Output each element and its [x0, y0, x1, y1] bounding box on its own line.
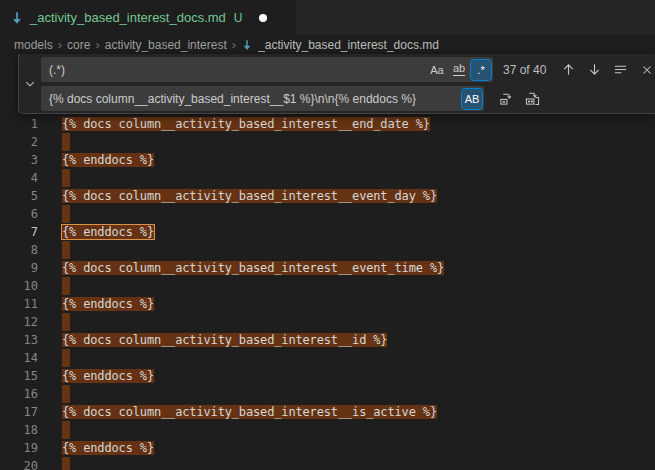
code-line[interactable]: 20: [0, 457, 655, 470]
chevron-down-icon: [24, 78, 36, 90]
code-lines: 1{% docs column__activity_based_interest…: [0, 115, 655, 470]
code-line[interactable]: 2: [0, 133, 655, 151]
line-number: 12: [0, 313, 38, 331]
match-count: 37 of 40: [503, 63, 546, 77]
line-number: 10: [0, 277, 38, 295]
replace-button[interactable]: [496, 88, 517, 109]
find-match-empty: [62, 241, 70, 259]
git-status-badge: U: [234, 11, 243, 25]
code-line[interactable]: 7{% enddocs %}: [0, 223, 655, 241]
find-match-empty: [62, 421, 70, 439]
code-line[interactable]: 16: [0, 385, 655, 403]
line-number: 3: [0, 151, 38, 169]
find-match: {% docs column__activity_based_interest_…: [62, 261, 444, 275]
close-icon: [640, 63, 654, 77]
line-content: [38, 241, 70, 259]
preserve-case-button[interactable]: AB: [462, 89, 482, 109]
line-content: [38, 169, 70, 187]
find-match: {% docs column__activity_based_interest_…: [62, 117, 430, 131]
find-match: {% enddocs %}: [62, 297, 154, 311]
find-match: {% enddocs %}: [62, 153, 154, 167]
code-line[interactable]: 10: [0, 277, 655, 295]
line-number: 14: [0, 349, 38, 367]
code-line[interactable]: 8: [0, 241, 655, 259]
line-number: 16: [0, 385, 38, 403]
code-line[interactable]: 19{% enddocs %}: [0, 439, 655, 457]
breadcrumb-item-file[interactable]: _activity_based_interest_docs.md: [258, 38, 439, 52]
find-match: {% enddocs %}: [62, 441, 154, 455]
match-case-button[interactable]: Aa: [427, 60, 447, 80]
breadcrumb-separator: ›: [95, 37, 99, 52]
find-in-selection-button[interactable]: [610, 59, 631, 80]
line-content: [38, 133, 70, 151]
markdown-icon: [241, 39, 253, 51]
line-number: 9: [0, 259, 38, 277]
find-input-value: (.*): [41, 63, 427, 77]
line-content: {% enddocs %}: [38, 223, 154, 241]
find-input[interactable]: (.*) Aa ab .*: [41, 57, 493, 82]
line-number: 15: [0, 367, 38, 385]
line-content: {% enddocs %}: [38, 151, 154, 169]
selection-lines-icon: [613, 62, 628, 77]
code-line[interactable]: 14: [0, 349, 655, 367]
whole-word-button[interactable]: ab: [449, 60, 469, 80]
replace-icon: [499, 91, 514, 106]
line-content: {% enddocs %}: [38, 439, 154, 457]
find-replace-widget: (.*) Aa ab .* 37 of 40: [18, 54, 655, 114]
code-line[interactable]: 3{% enddocs %}: [0, 151, 655, 169]
breadcrumb-item-activity-based-interest[interactable]: activity_based_interest: [105, 38, 227, 52]
find-match: {% docs column__activity_based_interest_…: [62, 405, 437, 419]
code-line[interactable]: 18: [0, 421, 655, 439]
find-match: {% enddocs %}: [62, 369, 154, 383]
line-number: 8: [0, 241, 38, 259]
line-content: [38, 205, 70, 223]
find-match: {% docs column__activity_based_interest_…: [62, 333, 387, 347]
line-content: {% docs column__activity_based_interest_…: [38, 187, 437, 205]
code-line[interactable]: 9{% docs column__activity_based_interest…: [0, 259, 655, 277]
line-content: {% docs column__activity_based_interest_…: [38, 259, 444, 277]
breadcrumb-separator: ›: [58, 37, 62, 52]
find-match-empty: [62, 277, 70, 295]
toggle-replace-button[interactable]: [19, 54, 41, 113]
line-number: 18: [0, 421, 38, 439]
line-number: 6: [0, 205, 38, 223]
previous-match-button[interactable]: [558, 59, 579, 80]
find-match-empty: [62, 313, 70, 331]
code-line[interactable]: 6: [0, 205, 655, 223]
replace-all-icon-button[interactable]: [522, 88, 543, 109]
line-content: [38, 385, 70, 403]
code-line[interactable]: 4: [0, 169, 655, 187]
close-find-button[interactable]: [636, 59, 655, 80]
find-match-empty: [62, 169, 70, 187]
regex-button[interactable]: .*: [471, 60, 491, 80]
replace-row: {% docs column__activity_based_interest_…: [41, 86, 655, 111]
code-line[interactable]: 15{% enddocs %}: [0, 367, 655, 385]
unsaved-changes-dot[interactable]: [259, 14, 267, 22]
code-line[interactable]: 17{% docs column__activity_based_interes…: [0, 403, 655, 421]
replace-input[interactable]: {% docs column__activity_based_interest_…: [41, 86, 484, 111]
replace-input-value: {% docs column__activity_based_interest_…: [41, 92, 462, 106]
code-line[interactable]: 5{% docs column__activity_based_interest…: [0, 187, 655, 205]
tab-filename: _activity_based_interest_docs.md: [30, 10, 226, 25]
markdown-icon: [10, 11, 24, 25]
line-content: {% enddocs %}: [38, 367, 154, 385]
find-match: {% docs column__activity_based_interest_…: [62, 189, 437, 203]
find-match-empty: [62, 457, 70, 470]
line-number: 11: [0, 295, 38, 313]
line-number: 2: [0, 133, 38, 151]
line-number: 19: [0, 439, 38, 457]
line-number: 17: [0, 403, 38, 421]
code-line[interactable]: 13{% docs column__activity_based_interes…: [0, 331, 655, 349]
breadcrumb: models › core › activity_based_interest …: [0, 35, 655, 54]
code-line[interactable]: 12: [0, 313, 655, 331]
next-match-button[interactable]: [584, 59, 605, 80]
code-line[interactable]: 1{% docs column__activity_based_interest…: [0, 115, 655, 133]
line-content: {% docs column__activity_based_interest_…: [38, 403, 437, 421]
breadcrumb-item-models[interactable]: models: [14, 38, 53, 52]
editor-pane: (.*) Aa ab .* 37 of 40: [0, 54, 655, 470]
line-content: [38, 457, 70, 470]
arrow-up-icon: [561, 62, 576, 77]
breadcrumb-item-core[interactable]: core: [67, 38, 90, 52]
editor-tab[interactable]: _activity_based_interest_docs.md U: [0, 0, 296, 35]
code-line[interactable]: 11{% enddocs %}: [0, 295, 655, 313]
